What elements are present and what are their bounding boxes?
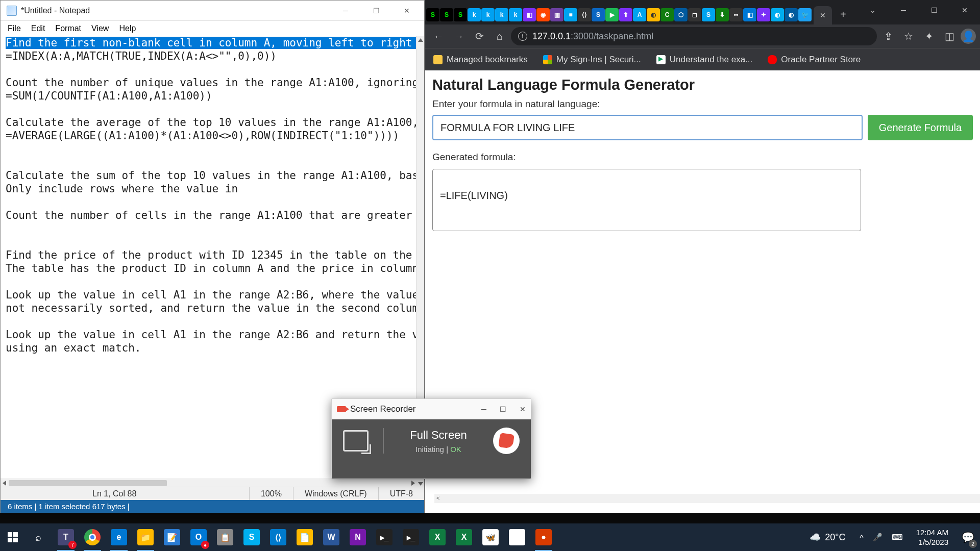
horizontal-scrollbar[interactable] (1, 479, 417, 487)
tab-favicon[interactable]: S (592, 8, 605, 21)
taskbar-app[interactable]: X (425, 523, 450, 551)
browser-maximize-button[interactable]: ☐ (919, 0, 949, 20)
taskbar-app-icon: 📋 (217, 529, 233, 545)
tab-favicon[interactable]: ✦ (757, 8, 770, 21)
minimize-button[interactable]: ─ (330, 1, 361, 21)
profile-icon[interactable]: 👤 (961, 29, 976, 44)
bookmark-item[interactable]: Managed bookmarks (429, 53, 532, 67)
taskbar-app[interactable]: 📝 (159, 523, 185, 551)
weather-widget[interactable]: ☁️ 20°C (801, 532, 853, 543)
tab-favicon[interactable]: k (468, 8, 481, 21)
taskbar-app[interactable] (80, 523, 105, 551)
notepad-titlebar[interactable]: *Untitled - Notepad ─ ☐ ✕ (1, 1, 424, 21)
bookmark-star-icon[interactable]: ☆ (899, 27, 918, 45)
new-tab-button[interactable]: + (840, 9, 846, 20)
extensions-icon[interactable]: ✦ (920, 27, 938, 45)
taskbar-app[interactable]: ⊞ (504, 523, 530, 551)
record-button[interactable] (493, 428, 520, 454)
menu-edit[interactable]: Edit (26, 22, 51, 35)
close-button[interactable]: ✕ (391, 1, 422, 21)
taskbar-app[interactable]: ⟨⟩ (265, 523, 291, 551)
taskbar-app[interactable]: N (345, 523, 371, 551)
taskbar-clock[interactable]: 12:04 AM 1/5/2023 (909, 528, 955, 547)
taskbar-app[interactable]: e (106, 523, 132, 551)
tab-favicon[interactable]: S (426, 8, 439, 21)
taskbar-app[interactable]: O● (186, 523, 211, 551)
bookmark-item[interactable]: ▶Understand the exa... (652, 53, 757, 67)
tab-favicon[interactable]: ◐ (647, 8, 660, 21)
system-tray[interactable]: ^ 🎤 ⌨ (854, 533, 909, 542)
tab-favicon[interactable]: k (481, 8, 495, 21)
recorder-close-button[interactable]: ✕ (520, 405, 526, 413)
tab-favicon[interactable]: ⬇ (716, 8, 729, 21)
tab-favicon[interactable]: •• (729, 8, 743, 21)
home-button[interactable]: ⌂ (491, 27, 509, 45)
tab-favicon[interactable]: ◉ (536, 8, 550, 21)
tab-favicon[interactable]: S (702, 8, 715, 21)
screen-area-icon[interactable] (343, 430, 369, 452)
tab-favicon[interactable]: 🐦 (798, 8, 812, 21)
recorder-titlebar[interactable]: Screen Recorder ─ ☐ ✕ (332, 399, 531, 419)
site-info-icon[interactable]: i (518, 32, 527, 41)
reload-button[interactable]: ⟳ (470, 27, 488, 45)
tab-favicon[interactable]: ⬆ (619, 8, 632, 21)
generate-formula-button[interactable]: Generate Formula (868, 115, 973, 140)
taskbar-app[interactable]: W (318, 523, 344, 551)
taskbar-app[interactable]: X (451, 523, 477, 551)
bookmarks-bar: Managed bookmarksMy Sign-Ins | Securi...… (425, 48, 980, 70)
address-bar[interactable]: i 127.0.0.1:3000/taskpane.html (511, 27, 877, 45)
sidepanel-icon[interactable]: ◫ (940, 27, 959, 45)
generated-formula-output[interactable] (432, 169, 861, 231)
share-icon[interactable]: ⇪ (879, 27, 897, 45)
browser-minimize-button[interactable]: ─ (888, 0, 919, 20)
tab-search-icon[interactable]: ⌄ (857, 0, 888, 20)
tab-favicon[interactable]: A (633, 8, 646, 21)
menu-file[interactable]: File (3, 22, 26, 35)
start-button[interactable] (0, 523, 26, 551)
back-button[interactable]: ← (429, 27, 448, 45)
tab-favicon[interactable]: ⟨⟩ (578, 8, 591, 21)
browser-close-button[interactable]: ✕ (949, 0, 980, 20)
tab-favicon[interactable]: ⬡ (674, 8, 688, 21)
taskbar-app[interactable]: 🦋 (478, 523, 503, 551)
taskbar-app[interactable]: 📁 (133, 523, 158, 551)
tray-chevron-icon[interactable]: ^ (860, 533, 864, 542)
taskbar-app[interactable]: S (239, 523, 264, 551)
tab-favicon[interactable]: C (660, 8, 674, 21)
tray-keyboard-icon[interactable]: ⌨ (892, 533, 903, 542)
tab-favicon[interactable]: k (495, 8, 508, 21)
tab-favicon[interactable]: k (509, 8, 522, 21)
taskbar-app[interactable]: 📄 (292, 523, 317, 551)
tab-favicon[interactable]: S (440, 8, 453, 21)
taskbar-app[interactable]: ▸_ (372, 523, 397, 551)
tab-favicon[interactable]: ■ (564, 8, 577, 21)
search-button[interactable]: ⌕ (26, 532, 51, 543)
tab-favicon[interactable]: ◐ (771, 8, 784, 21)
menu-format[interactable]: Format (50, 22, 86, 35)
taskbar-app[interactable]: ● (531, 523, 556, 551)
recorder-minimize-button[interactable]: ─ (481, 405, 486, 413)
formula-input[interactable] (432, 115, 863, 140)
taskbar-app[interactable]: T7 (53, 523, 79, 551)
bookmark-item[interactable]: Oracle Partner Store (764, 53, 865, 67)
taskbar-app[interactable]: 📋 (212, 523, 238, 551)
bookmark-item[interactable]: My Sign-Ins | Securi... (539, 53, 645, 67)
recorder-maximize-button[interactable]: ☐ (500, 405, 506, 413)
tab-favicon[interactable]: ◐ (785, 8, 798, 21)
page-horizontal-scrollbar[interactable] (434, 494, 980, 503)
active-tab[interactable]: ✕ (814, 6, 832, 24)
tab-favicon[interactable]: ◧ (743, 8, 756, 21)
taskbar-app[interactable]: ▸_ (398, 523, 424, 551)
tab-favicon[interactable]: ◻ (688, 8, 701, 21)
tab-favicon[interactable]: ▥ (550, 8, 564, 21)
forward-button[interactable]: → (450, 27, 468, 45)
menu-view[interactable]: View (86, 22, 114, 35)
tab-favicon[interactable]: ◧ (523, 8, 536, 21)
tray-mic-icon[interactable]: 🎤 (873, 533, 883, 542)
menu-help[interactable]: Help (114, 22, 141, 35)
close-tab-icon[interactable]: ✕ (820, 11, 826, 19)
tab-favicon[interactable]: ▶ (605, 8, 619, 21)
maximize-button[interactable]: ☐ (361, 1, 391, 21)
tab-favicon[interactable]: S (454, 8, 467, 21)
notifications-button[interactable]: 💬2 (955, 523, 980, 551)
